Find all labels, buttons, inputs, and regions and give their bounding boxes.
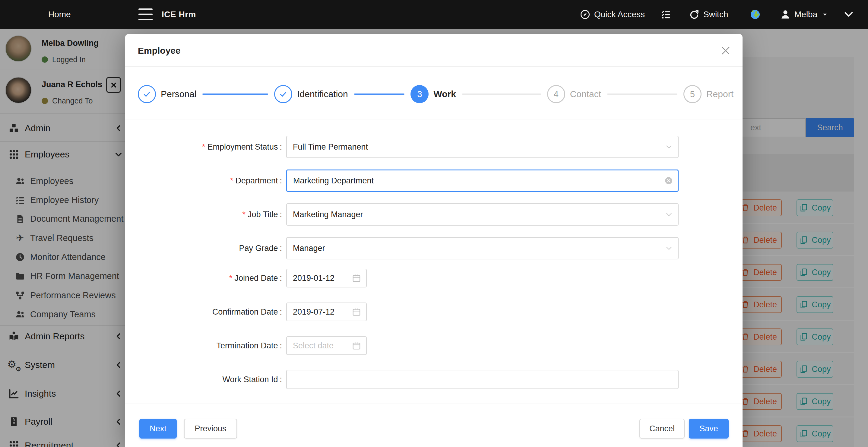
switch-button[interactable]: Switch: [689, 0, 728, 29]
field-value: Manager: [293, 244, 325, 253]
step-work[interactable]: 3Work: [410, 85, 547, 103]
switch-label: Switch: [703, 10, 728, 19]
switch-icon: [689, 9, 700, 20]
termination-date-datepicker[interactable]: Select date: [286, 336, 367, 355]
chevron-down-icon: [665, 143, 673, 151]
step-circle: [274, 85, 292, 103]
work-station-id-input[interactable]: [286, 370, 679, 389]
field-value: 2019-01-12: [293, 274, 335, 283]
field-label-text: Employment Status: [207, 142, 278, 152]
step-connector: [354, 93, 405, 95]
calendar-icon: [352, 307, 361, 317]
field-label-text: Department: [235, 176, 278, 185]
required-asterisk: *: [230, 176, 234, 185]
modal-title: Employee: [138, 46, 181, 56]
field-label-text: Job Title: [248, 210, 278, 219]
user-icon: [780, 9, 791, 20]
job-title-label: *Job Title:: [125, 203, 282, 226]
user-menu-label: Melba: [795, 10, 817, 19]
field-label-text: Work Station Id: [222, 375, 278, 384]
quick-access-button[interactable]: Quick Access: [580, 0, 645, 29]
pay-grade-label: Pay Grade:: [125, 237, 282, 259]
field-label-text: Pay Grade: [239, 244, 278, 253]
steps-divider: [125, 119, 743, 119]
joined-date-datepicker[interactable]: 2019-01-12: [286, 269, 367, 288]
language-button[interactable]: [750, 0, 761, 29]
confirmation-date-datepicker[interactable]: 2019-07-12: [286, 302, 367, 321]
next-button[interactable]: Next: [140, 419, 177, 439]
compass-icon: [580, 9, 591, 20]
step-connector: [462, 93, 541, 95]
caret-down-icon: [822, 11, 828, 18]
department-label: *Department:: [125, 170, 282, 192]
cancel-button[interactable]: Cancel: [640, 419, 685, 439]
field-value: Marketing Manager: [293, 210, 363, 219]
hamburger-menu-icon[interactable]: [138, 0, 153, 29]
step-connector: [203, 93, 268, 95]
calendar-icon: [352, 273, 361, 283]
chevron-down-icon: [665, 244, 673, 252]
work-station-id-input-field[interactable]: [287, 370, 678, 388]
employment-status-label: *Employment Status:: [125, 136, 282, 158]
pay-grade-select[interactable]: Manager: [286, 237, 679, 259]
employment-status-select[interactable]: Full Time Permanent: [286, 136, 679, 158]
home-link[interactable]: Home: [48, 0, 71, 29]
step-personal[interactable]: Personal: [138, 85, 274, 103]
step-label: Personal: [161, 89, 196, 99]
field-value: Full Time Permanent: [293, 142, 368, 152]
clear-icon[interactable]: [664, 176, 673, 185]
modal-header: Employee: [125, 34, 743, 67]
top-navbar: Home ICE Hrm Quick Access Switch Melba: [0, 0, 868, 29]
step-label: Identification: [297, 89, 348, 99]
steps-wizard: PersonalIdentification3Work4Contact5Repo…: [138, 84, 734, 105]
modal-close-icon[interactable]: [720, 45, 732, 56]
confirmation-date-label: Confirmation Date:: [125, 302, 282, 321]
step-identification[interactable]: Identification: [274, 85, 410, 103]
department-select[interactable]: Marketing Department: [286, 170, 679, 192]
tasks-icon: [660, 9, 671, 20]
employee-modal: Employee PersonalIdentification3Work4Con…: [125, 34, 743, 447]
step-circle: [138, 85, 156, 103]
footer-divider: [125, 404, 743, 404]
user-menu[interactable]: Melba: [780, 0, 828, 29]
joined-date-label: *Joined Date:: [125, 269, 282, 288]
navbar-collapse-button[interactable]: [843, 0, 854, 29]
chevron-down-icon: [843, 9, 854, 20]
app-brand: ICE Hrm: [162, 0, 196, 29]
check-icon: [278, 89, 288, 99]
chevron-down-icon: [665, 210, 673, 219]
calendar-icon: [352, 341, 361, 351]
step-label: Work: [433, 89, 456, 99]
step-circle: 4: [547, 85, 565, 103]
step-label: Report: [706, 89, 734, 99]
quick-access-label: Quick Access: [594, 10, 645, 19]
step-report[interactable]: 5Report: [683, 85, 734, 103]
previous-button[interactable]: Previous: [184, 419, 237, 439]
field-value: Marketing Department: [293, 176, 374, 185]
work-station-id-label: Work Station Id:: [125, 370, 282, 389]
field-value: 2019-07-12: [293, 307, 335, 317]
step-circle: 3: [410, 85, 429, 103]
save-button[interactable]: Save: [689, 419, 728, 439]
step-label: Contact: [570, 89, 601, 99]
termination-date-label: Termination Date:: [125, 336, 282, 355]
step-contact[interactable]: 4Contact: [547, 85, 683, 103]
required-asterisk: *: [229, 274, 232, 283]
job-title-select[interactable]: Marketing Manager: [286, 203, 679, 226]
check-icon: [142, 89, 152, 99]
field-label-text: Confirmation Date: [212, 307, 278, 317]
field-label-text: Joined Date: [234, 274, 278, 283]
step-connector: [607, 93, 677, 95]
required-asterisk: *: [242, 210, 246, 219]
globe-icon: [750, 9, 761, 20]
field-label-text: Termination Date: [216, 341, 278, 351]
step-circle: 5: [683, 85, 702, 103]
field-value: Select date: [293, 341, 334, 351]
required-asterisk: *: [202, 142, 206, 152]
tasks-button[interactable]: [660, 0, 671, 29]
